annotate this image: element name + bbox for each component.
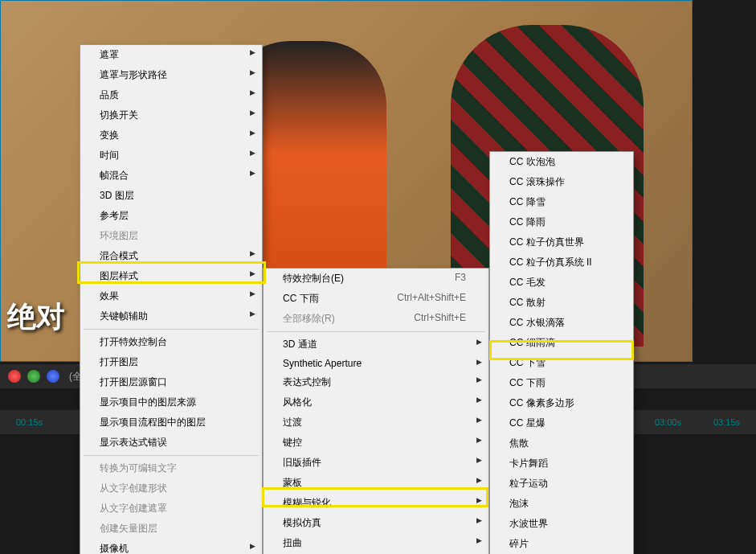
menu-item[interactable]: 粒子运动	[490, 474, 633, 494]
menu-item[interactable]: CC 细雨滴	[490, 333, 633, 353]
menu-item[interactable]: 混合模式	[80, 246, 262, 266]
menu-item[interactable]: 卡片舞蹈	[490, 453, 633, 474]
menu-item[interactable]: 模糊与锐化	[264, 493, 488, 513]
menu-item[interactable]: 显示表达式错误	[80, 433, 262, 453]
channel-red-icon[interactable]	[8, 370, 21, 383]
menu-item[interactable]: 过渡	[264, 412, 488, 433]
menu-separator	[84, 455, 259, 456]
menu-item[interactable]: 遮罩与形状路径	[80, 65, 262, 85]
video-subtitle: 绝对	[7, 298, 65, 337]
menu-item[interactable]: 碎片	[490, 534, 633, 554]
menu-item[interactable]: 打开图层	[80, 352, 262, 372]
menu-item[interactable]: 显示项目流程图中的图层	[80, 412, 262, 433]
menu-item[interactable]: CC 滚珠操作	[490, 172, 633, 192]
menu-item: 创建矢量图层	[80, 519, 262, 539]
menu-item[interactable]: 帧混合	[80, 166, 262, 186]
menu-item[interactable]: 蒙板	[264, 473, 488, 493]
menu-item[interactable]: 变换	[80, 125, 262, 146]
menu-item[interactable]: 打开特效控制台	[80, 332, 262, 352]
menu-item[interactable]: CC 星爆	[490, 413, 633, 433]
menu-shortcut: Ctrl+Alt+Shift+E	[397, 292, 466, 303]
menu-item: 环境图层	[80, 226, 262, 246]
menu-item[interactable]: CC 下雨Ctrl+Alt+Shift+E	[264, 289, 488, 309]
menu-item[interactable]: CC 像素多边形	[490, 393, 633, 413]
menu-item[interactable]: 扭曲	[264, 533, 488, 553]
menu-item: 从文字创建遮罩	[80, 499, 262, 519]
menu-item[interactable]: 旧版插件	[264, 453, 488, 473]
timecode-marker: 00:15s	[16, 417, 43, 427]
menu-item[interactable]: 切换开关	[80, 105, 262, 125]
effects-submenu: 特效控制台(E)F3CC 下雨Ctrl+Alt+Shift+E全部移除(R)Ct…	[263, 268, 489, 554]
menu-item: 全部移除(R)Ctrl+Shift+E	[264, 309, 488, 329]
menu-item[interactable]: 时间	[80, 146, 262, 166]
menu-item[interactable]: CC 散射	[490, 293, 633, 313]
menu-item[interactable]: 遮罩	[80, 45, 262, 65]
menu-item[interactable]: CC 降雪	[490, 192, 633, 212]
menu-item[interactable]: 打开图层源窗口	[80, 372, 262, 392]
menu-separator	[267, 331, 485, 332]
menu-item[interactable]: 摄像机	[80, 539, 262, 554]
menu-item[interactable]: 表达式控制	[264, 372, 488, 392]
menu-item[interactable]: 键控	[264, 433, 488, 453]
menu-item: 从文字创建形状	[80, 478, 262, 499]
menu-item[interactable]: CC 毛发	[490, 273, 633, 293]
menu-item[interactable]: 品质	[80, 85, 262, 105]
menu-item[interactable]: 泡沫	[490, 494, 633, 514]
menu-shortcut: F3	[455, 272, 466, 283]
menu-item[interactable]: 效果	[80, 286, 262, 306]
channel-blue-icon[interactable]	[47, 370, 59, 383]
menu-item[interactable]: CC 降雨	[490, 212, 633, 232]
menu-item[interactable]: CC 下雨	[490, 373, 633, 393]
menu-separator	[84, 329, 259, 330]
menu-item[interactable]: CC 粒子仿真系统 II	[490, 252, 633, 273]
simulation-submenu: CC 吹泡泡CC 滚珠操作CC 降雪CC 降雨CC 粒子仿真世界CC 粒子仿真系…	[489, 151, 634, 554]
menu-item[interactable]: 风格化	[264, 392, 488, 412]
menu-item[interactable]: 图层样式	[80, 266, 262, 286]
menu-item[interactable]: 参考层	[80, 206, 262, 226]
menu-item[interactable]: 3D 通道	[264, 334, 488, 355]
menu-item[interactable]: 关键帧辅助	[80, 306, 262, 326]
timecode-marker: 03:00s	[655, 417, 681, 427]
channel-green-icon[interactable]	[27, 370, 40, 383]
menu-item: 转换为可编辑文字	[80, 458, 262, 478]
layer-context-menu: 遮罩遮罩与形状路径品质切换开关变换时间帧混合3D 图层参考层环境图层混合模式图层…	[80, 44, 263, 554]
menu-item[interactable]: CC 水银滴落	[490, 313, 633, 333]
menu-shortcut: Ctrl+Shift+E	[414, 312, 466, 323]
menu-item[interactable]: 显示项目中的图层来源	[80, 392, 262, 412]
menu-item[interactable]: 特效控制台(E)F3	[264, 269, 488, 289]
menu-item[interactable]: Synthetic Aperture	[264, 355, 488, 372]
menu-item[interactable]: CC 吹泡泡	[490, 152, 633, 172]
menu-item[interactable]: CC 下雪	[490, 353, 633, 373]
menu-item[interactable]: 水波世界	[490, 514, 633, 534]
menu-item[interactable]: 3D 图层	[80, 186, 262, 206]
timecode-marker: 03:15s	[713, 417, 740, 427]
menu-item[interactable]: CC 粒子仿真世界	[490, 232, 633, 252]
menu-item[interactable]: 焦散	[490, 433, 633, 453]
menu-item[interactable]: 模拟仿真	[264, 513, 488, 533]
